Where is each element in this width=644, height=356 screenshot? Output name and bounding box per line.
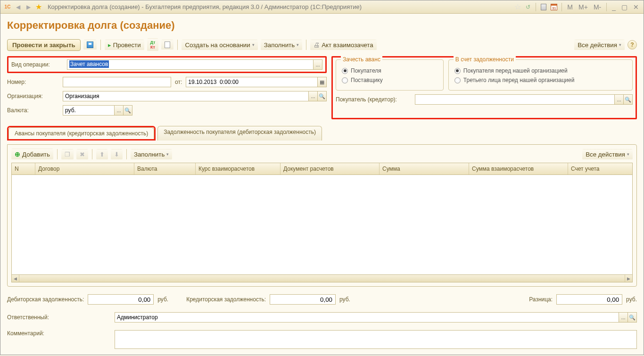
all-actions-button[interactable]: Все действия	[574, 40, 625, 50]
arrow-up-icon: ⬆	[99, 151, 105, 158]
table-scrollbar[interactable]: ◀ ▶	[12, 274, 632, 282]
debt-third-radio[interactable]: Третьего лица перед нашей организацией	[454, 77, 627, 83]
search-icon: 🔍	[629, 315, 636, 321]
date-picker-button[interactable]: ▦	[317, 77, 327, 87]
tab-fill-button[interactable]: Заполнить	[131, 149, 172, 160]
org-select-button[interactable]: ...	[308, 91, 318, 101]
tab-advances[interactable]: Авансы покупателя (кредиторская задолжен…	[8, 127, 154, 139]
print-icon: 🖨	[314, 41, 320, 49]
post-and-close-button[interactable]: Провести и закрыть	[7, 39, 81, 51]
memory-mminus[interactable]: M-	[592, 3, 603, 11]
app-window: 1C ◀ ▶ ★ Корректировка долга (создание) …	[0, 0, 644, 355]
currency-search-button[interactable]: 🔍	[123, 105, 132, 116]
responsible-search-button[interactable]: 🔍	[627, 312, 637, 323]
scroll-right-icon[interactable]: ▶	[625, 275, 632, 282]
upper-section: Вид операции: Зачет авансов ... Номер: о…	[7, 56, 637, 119]
buyer-search-button[interactable]: 🔍	[623, 94, 633, 105]
col-n[interactable]: N	[12, 163, 35, 174]
radio-icon	[342, 68, 348, 74]
plus-icon: ⊕	[15, 150, 20, 158]
nav-back-icon[interactable]: ◀	[14, 3, 22, 11]
report-button[interactable]	[161, 40, 173, 50]
add-button[interactable]: ⊕Добавить	[11, 149, 53, 160]
diff-label: Разница:	[529, 296, 553, 303]
left-column: Вид операции: Зачет авансов ... Номер: о…	[7, 56, 327, 119]
credit-input[interactable]	[270, 294, 336, 305]
bookmark-icon[interactable]: ☆	[513, 3, 522, 11]
debt-buyer-radio[interactable]: Покупателя перед нашей организацией	[454, 67, 627, 74]
debit-label: Дебиторская задолженность:	[7, 296, 84, 303]
close-button[interactable]: ✕	[631, 3, 641, 11]
post-button[interactable]: ▸Провести	[105, 40, 144, 50]
date-input[interactable]	[186, 77, 318, 87]
delete-button[interactable]: ✖	[76, 149, 88, 160]
save-button[interactable]	[83, 40, 97, 50]
titlebar: 1C ◀ ▶ ★ Корректировка долга (создание) …	[0, 0, 644, 14]
buyer-select-button[interactable]: ...	[614, 94, 624, 105]
credit-unit: руб.	[339, 296, 350, 303]
act-button[interactable]: 🖨Акт взаимозачета	[310, 40, 377, 50]
advance-group: Зачесть аванс Покупателя Поставщику	[336, 59, 444, 91]
currency-label: Валюта:	[7, 107, 59, 114]
col-sum[interactable]: Сумма	[380, 163, 469, 174]
table-header: N Договор Валюта Курс взаиморасчетов Док…	[12, 163, 632, 175]
copy-icon: ❐	[65, 151, 70, 158]
maximize-button[interactable]: ▢	[619, 3, 629, 11]
move-down-button[interactable]: ⬇	[111, 149, 123, 160]
debit-input[interactable]	[88, 294, 154, 305]
tabs: Авансы покупателя (кредиторская задолжен…	[7, 126, 637, 141]
report-icon	[165, 41, 170, 48]
col-contract[interactable]: Договор	[35, 163, 134, 174]
tab-all-actions-button[interactable]: Все действия	[582, 149, 633, 160]
fill-button[interactable]: Заполнить	[261, 40, 302, 50]
advance-buyer-radio[interactable]: Покупателя	[342, 67, 438, 74]
memory-mplus[interactable]: M+	[577, 3, 590, 11]
table-body[interactable]	[12, 175, 632, 274]
memory-m[interactable]: M	[565, 3, 575, 11]
favorite-icon[interactable]: ★	[34, 3, 43, 11]
calendar-icon[interactable]: 31	[550, 3, 558, 11]
comment-input[interactable]	[115, 330, 637, 349]
comment-label: Комментарий:	[7, 330, 111, 337]
dtkt-button[interactable]: ДтКт	[147, 38, 159, 51]
currency-select-button[interactable]: ...	[114, 105, 124, 116]
comment-row: Комментарий:	[7, 330, 637, 349]
col-currency[interactable]: Валюта	[134, 163, 196, 174]
delete-icon: ✖	[80, 151, 85, 158]
minimize-button[interactable]: _	[610, 3, 618, 11]
copy-button[interactable]: ❐	[61, 149, 74, 160]
scroll-left-icon[interactable]: ◀	[12, 275, 19, 282]
move-up-button[interactable]: ⬆	[96, 149, 108, 160]
window-title: Корректировка долга (создание) - Бухгалт…	[48, 3, 362, 10]
col-account[interactable]: Счет учета	[568, 163, 632, 174]
create-based-button[interactable]: Создать на основании	[182, 40, 257, 50]
nav-fwd-icon[interactable]: ▶	[24, 3, 33, 11]
content-area: Корректировка долга (создание) Провести …	[0, 14, 644, 355]
diff-unit: руб.	[626, 296, 637, 303]
history-icon[interactable]: ↺	[524, 3, 532, 11]
tab-debt[interactable]: Задолженность покупателя (дебиторская за…	[157, 126, 322, 141]
col-doc[interactable]: Документ расчетов	[281, 163, 380, 174]
diff-input[interactable]	[556, 294, 622, 305]
col-sumcalc[interactable]: Сумма взаиморасчетов	[469, 163, 568, 174]
tab-panel: ⊕Добавить ❐ ✖ ⬆ ⬇ Заполнить Все действия…	[7, 144, 637, 287]
search-icon: 🔍	[319, 93, 325, 99]
responsible-input[interactable]	[115, 312, 619, 323]
number-input[interactable]	[63, 77, 171, 87]
org-label: Организация:	[7, 93, 59, 99]
org-search-button[interactable]: 🔍	[317, 91, 327, 101]
calculator-icon[interactable]	[539, 3, 548, 11]
col-rate[interactable]: Курс взаиморасчетов	[196, 163, 281, 174]
buyer-input[interactable]	[415, 94, 615, 105]
help-icon[interactable]: ?	[627, 40, 637, 50]
operation-input[interactable]: Зачет авансов	[67, 59, 314, 70]
responsible-select-button[interactable]: ...	[619, 312, 628, 323]
currency-input[interactable]	[63, 105, 115, 116]
radio-icon	[342, 77, 348, 83]
advance-supplier-radio[interactable]: Поставщику	[342, 77, 438, 83]
operation-select-button[interactable]: ...	[313, 59, 322, 70]
right-highlight: Зачесть аванс Покупателя Поставщику В сч…	[331, 56, 637, 119]
main-toolbar: Провести и закрыть ▸Провести ДтКт Создат…	[7, 37, 637, 52]
debt-legend: В счет задолженности	[454, 56, 516, 63]
org-input[interactable]	[63, 91, 309, 101]
